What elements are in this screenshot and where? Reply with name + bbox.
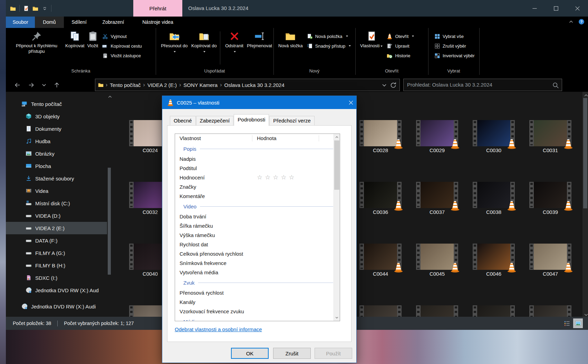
ribbon-button-snadny-pristup[interactable]: Snadný přístup (307, 42, 351, 49)
back-button[interactable] (11, 79, 23, 91)
breadcrumb-segment-tento-pocitac[interactable]: Tento počítač (107, 82, 143, 88)
video-thumbnail-c0046[interactable] (473, 244, 515, 270)
property-row-hodnoceni[interactable]: Hodnocení☆☆☆☆☆ (175, 173, 334, 182)
recent-locations-button[interactable] (40, 79, 48, 91)
property-row-sirka-ramecku[interactable]: Šířka rámečku (175, 221, 334, 230)
property-row-znacky[interactable]: Značky (175, 182, 334, 191)
dialog-tab-podrobnosti[interactable]: Podrobnosti (234, 114, 269, 126)
sidebar-item-mistni-disk-c[interactable]: Místní disk (C:) (6, 197, 107, 209)
minimize-ribbon-button[interactable] (568, 19, 574, 26)
sidebar-item-videa-2-e[interactable]: VIDEA 2 (E:) (6, 222, 107, 234)
minimize-button[interactable] (524, 0, 545, 17)
column-divider[interactable] (319, 135, 319, 141)
refresh-icon[interactable] (390, 82, 397, 89)
column-header-value[interactable]: Hodnota (257, 134, 277, 143)
property-row-prenosova-rychlost[interactable]: Přenosová rychlost (175, 288, 334, 297)
dialog-titlebar[interactable]: C0025 – vlastnosti (162, 96, 356, 109)
video-thumbnail-c0030[interactable] (473, 120, 515, 146)
menu-tab-nastroje-videa[interactable]: Nástroje videa (133, 17, 182, 28)
sidebar-item-dokumenty[interactable]: Dokumenty (6, 122, 107, 135)
video-thumbnail-c0036[interactable] (359, 182, 402, 208)
video-thumbnail[interactable] (529, 305, 571, 317)
sidebar-item-hudba[interactable]: Hudba (6, 135, 107, 147)
dialog-close-button[interactable] (340, 96, 356, 109)
dialog-tab-zabezpeceni[interactable]: Zabezpečení (196, 116, 234, 126)
property-row-snimkova-frekvence[interactable]: Snímková frekvence (175, 258, 334, 268)
details-view-toggle[interactable] (562, 318, 572, 328)
ribbon-button-kopirovat-cestu[interactable]: Kopírovat cestu (102, 42, 142, 49)
search-box[interactable]: Prohledat: Oslava Lucka 30 3.2.2024 (403, 79, 562, 91)
sidebar-item-filmy-a-g[interactable]: FILMY A (G:) (6, 247, 107, 259)
breadcrumb-segment-oslava-lucka-30-3-2-2024[interactable]: Oslava Lucka 30 3.2.2024 (222, 82, 287, 88)
video-thumbnail-c0038[interactable] (473, 182, 515, 208)
ribbon-button-zrusit-vyber[interactable]: Zrušit výběr (434, 42, 475, 49)
sidebar-item-plocha[interactable]: Plocha (6, 160, 107, 172)
close-button[interactable] (567, 0, 588, 17)
property-row-kanaly[interactable]: Kanály (175, 297, 334, 307)
sidebar-item-filmy-b-h[interactable]: FILMY B (H:) (6, 259, 107, 272)
ribbon-button-vybrat-vse[interactable]: Vybrat vše (434, 33, 475, 40)
video-thumbnail-c0031[interactable] (529, 120, 571, 146)
chevron-down-icon[interactable] (334, 315, 340, 321)
video-thumbnail[interactable] (416, 305, 458, 317)
remove-properties-link[interactable]: Odebrat vlastnosti a osobní informace (175, 326, 262, 332)
property-row-vyska-ramecku[interactable]: Výška rámečku (175, 230, 334, 240)
address-dropdown-chevron-icon[interactable] (381, 82, 388, 89)
help-button[interactable]: ? (578, 19, 585, 26)
address-bar[interactable]: ›Tento počítač›VIDEA 2 (E:)›SONY Kamera›… (95, 79, 400, 91)
search-input[interactable]: Prohledat: Oslava Lucka 30 3.2.2024 (407, 79, 492, 91)
up-button[interactable] (51, 79, 62, 91)
titlebar[interactable]: Přehrát Oslava Lucka 30 3.2.2024 (6, 0, 588, 17)
content-scrollbar[interactable] (582, 92, 588, 317)
sidebar-item-jednotka-dvd-rw-x-aud[interactable]: Jednotka DVD RW (X:) Aud (6, 284, 107, 296)
sidebar-item-videa-d[interactable]: VIDEA (D:) (6, 209, 107, 222)
sidebar-item-tento-pocitac[interactable]: Tento počítač (6, 98, 107, 110)
ribbon-button-kopirovat-do[interactable]: Kopírovat do (190, 29, 219, 56)
sidebar-item-obrazky[interactable]: Obrázky (6, 147, 107, 160)
breadcrumb-segment-sony-kamera[interactable]: SONY Kamera (181, 82, 220, 88)
sidebar-item-videa[interactable]: Videa (6, 185, 107, 197)
rating-stars[interactable]: ☆☆☆☆☆ (257, 173, 297, 182)
property-row-celkova-prenosova-rychlost[interactable]: Celková přenosová rychlost (175, 249, 334, 258)
ribbon-button-vlozit-zastupce[interactable]: Vložit zástupce (102, 52, 142, 59)
ribbon-button-otevrit[interactable]: Otevřít (387, 33, 414, 40)
breadcrumb-segment-videa-2-e[interactable]: VIDEA 2 (E:) (145, 82, 179, 88)
ribbon-button-pripnout-k-rychlemu-pristupu[interactable]: Připnout k Rychlému přístupu (9, 29, 64, 56)
menu-tab-domu[interactable]: Domů (35, 17, 64, 28)
video-thumbnail-c0047[interactable] (529, 244, 571, 270)
dialog-tab-predchozi-verze[interactable]: Předchozí verze (269, 116, 314, 126)
forward-button[interactable] (25, 79, 37, 91)
chevron-up-icon[interactable] (583, 92, 587, 97)
thumbnails-view-toggle[interactable] (573, 318, 583, 328)
chevron-up-icon[interactable] (334, 134, 340, 140)
ribbon-button-upravit[interactable]: Upravit (387, 42, 414, 49)
menu-tab-sdileni[interactable]: Sdílení (66, 17, 92, 28)
sidebar-scrollbar-thumb[interactable] (108, 168, 111, 275)
ribbon-button-vlozit[interactable]: Vložit (86, 29, 100, 50)
property-row-nadpis[interactable]: Nadpis (175, 154, 334, 164)
video-thumbnail-c0037[interactable] (416, 182, 458, 208)
ribbon-button-vlastnosti[interactable]: Vlastnosti (359, 29, 384, 50)
ribbon-button-kopirovat[interactable]: Kopírovat (64, 29, 86, 50)
sidebar-item-data-f[interactable]: DATA (F:) (6, 234, 107, 247)
sidebar-item-sdxc-i[interactable]: SDSDXC (I:) (6, 272, 107, 284)
maximize-button[interactable] (545, 0, 567, 17)
menu-tab-soubor[interactable]: Soubor (6, 17, 35, 28)
video-thumbnail-c0039[interactable] (529, 182, 571, 208)
video-thumbnail-c0028[interactable] (359, 120, 402, 146)
ribbon-button-historie[interactable]: Historie (387, 52, 414, 59)
ribbon-button-presunout-do[interactable]: Přesunout do (159, 29, 190, 56)
property-row-podtitul[interactable]: Podtitul (175, 164, 334, 173)
ok-button[interactable]: OK (231, 348, 269, 359)
ribbon-button-odstranit[interactable]: Odstranit (223, 29, 245, 56)
ribbon-button-vyjmout[interactable]: Vyjmout (102, 33, 142, 40)
property-row-vzorkovaci-frekvence-zvuku[interactable]: Vzorkovací frekvence zvuku (175, 307, 334, 316)
content-scrollbar-thumb[interactable] (583, 98, 587, 208)
dialog-tab-obecne[interactable]: Obecné (170, 116, 196, 126)
chevron-down-icon[interactable] (583, 312, 587, 316)
sidebar-item-jednotka-dvd-rw-x-audi[interactable]: Jednotka DVD RW (X:) Audi (6, 300, 107, 313)
dialog-scrollbar[interactable] (334, 134, 340, 321)
ribbon-button-prejmenovat[interactable]: Přejmenovat (245, 29, 273, 50)
zrusit-button[interactable]: Zrušit (273, 348, 311, 359)
property-row-komentare[interactable]: Komentáře (175, 191, 334, 201)
